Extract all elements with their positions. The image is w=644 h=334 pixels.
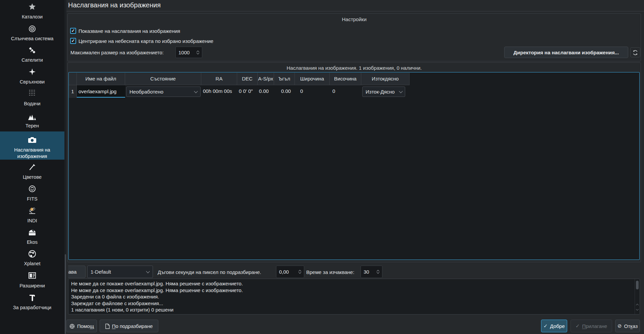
- dome-icon: [0, 228, 64, 237]
- column-header-eastright[interactable]: Изтокдясно: [361, 73, 410, 85]
- chevron-down-icon: [146, 269, 150, 273]
- timeout-label: Време за изчакване:: [306, 269, 354, 275]
- settings-group-title: Настройки: [68, 16, 641, 22]
- spin-buttons[interactable]: [375, 270, 381, 273]
- scroll-down-icon[interactable]: [636, 308, 639, 311]
- help-icon: [69, 323, 75, 329]
- page-title: Наслагвания на изображения: [68, 1, 161, 9]
- log-scrollbar-thumb[interactable]: [636, 281, 639, 289]
- show-overlays-checkbox[interactable]: ✓: [70, 28, 76, 34]
- sidebar-item-satellites[interactable]: Сателити: [0, 57, 64, 63]
- sidebar-item-advanced[interactable]: Разширени: [0, 283, 64, 288]
- solve-button-visible-label: ешава: [68, 269, 76, 275]
- cancel-icon: ⊘: [618, 323, 622, 329]
- column-header-status[interactable]: Състояние: [125, 73, 201, 85]
- apply-button-label: Прилагане: [582, 323, 607, 329]
- log-line: Зареждат се файлове с изображения...: [71, 300, 640, 307]
- column-header-ra[interactable]: RA: [201, 73, 237, 85]
- sidebar-item-terrain[interactable]: Терен: [0, 123, 64, 128]
- globe-icon: [0, 249, 64, 258]
- row-header[interactable]: 1: [69, 85, 77, 98]
- sidebar-item-solar-system[interactable]: Слънчева система: [0, 36, 64, 41]
- log-line: 1 наслагвания (1 нови, 0 изтрити) 0 реше…: [71, 307, 640, 313]
- sidebar-item-catalogs[interactable]: Каталози: [0, 14, 64, 19]
- solver-profile-combobox[interactable]: 1-Default: [87, 266, 153, 278]
- settings-dialog: Каталози Слънчева система Сателити Свръх…: [0, 0, 644, 334]
- sidebar-item-xplanet[interactable]: Xplanet: [0, 261, 64, 266]
- column-header-width[interactable]: Широчина: [295, 73, 330, 85]
- column-header-aspp[interactable]: A-S/px: [258, 73, 274, 85]
- log-textarea[interactable]: Не може да се покаже overlaexampl.jpg. Н…: [68, 279, 640, 315]
- column-header-dec[interactable]: DEC: [237, 73, 258, 85]
- sidebar-item-label: Наслагвания на: [0, 147, 64, 153]
- overlay-directory-button-label: Директория на наслагвани изображения...: [514, 50, 619, 55]
- overlays-group-title: Наслагвания на изображения. 1 изображени…: [68, 65, 641, 71]
- cell-aspp[interactable]: 0.00: [259, 85, 269, 98]
- page-scrollbar[interactable]: [64, 0, 66, 334]
- sidebar-item-colors[interactable]: Цветове: [0, 174, 64, 180]
- timeout-value: 30: [361, 269, 375, 275]
- refresh-button[interactable]: [630, 47, 640, 57]
- sidebar: Каталози Слънчева система Сателити Свръх…: [0, 0, 64, 334]
- ok-button-label: Добре: [550, 323, 565, 329]
- solve-button-clipped[interactable]: ешава: [68, 266, 86, 278]
- cancel-button[interactable]: ⊘ Отказ: [615, 320, 640, 332]
- chevron-down-icon: [399, 89, 402, 93]
- check-icon: ✓: [543, 323, 548, 329]
- apply-button[interactable]: ✓ Прилагане: [571, 320, 612, 332]
- spin-buttons[interactable]: [297, 270, 303, 273]
- sidebar-item-label: изображения: [0, 154, 64, 159]
- sidebar-item-image-overlays[interactable]: Наслагвания на изображения: [0, 131, 64, 160]
- cell-ra[interactable]: 00h 00m 00s: [203, 85, 232, 98]
- cell-height[interactable]: 0: [332, 85, 335, 98]
- eastright-combobox[interactable]: Изток-Дясно: [362, 87, 405, 97]
- sidebar-item-fits[interactable]: FITS: [0, 196, 64, 202]
- sidebar-item-supernovae[interactable]: Свръхнови: [0, 79, 64, 85]
- overlay-directory-button[interactable]: Директория на наслагвани изображения...: [504, 47, 628, 58]
- checkmark-icon: ✓: [71, 28, 75, 33]
- help-button-label: Помощ: [77, 323, 94, 329]
- solve-button-clip: ешава: [68, 266, 86, 278]
- center-map-checkbox[interactable]: ✓: [70, 38, 76, 44]
- help-button[interactable]: Помощ: [66, 320, 97, 332]
- terrain-icon: [0, 113, 64, 122]
- arcsec-default-spinbox[interactable]: 0,00: [276, 266, 304, 278]
- check-icon: ✓: [576, 323, 580, 329]
- sidebar-item-ekos[interactable]: Ekos: [0, 239, 64, 245]
- column-header-height[interactable]: Височина: [330, 73, 361, 85]
- log-line: Не може да се покаже overlaexampl.jpg. Н…: [71, 280, 640, 287]
- defaults-button[interactable]: По подразбиране: [100, 320, 158, 332]
- log-line: Заредени са 0 файла с изображения.: [71, 293, 640, 300]
- scroll-up-icon[interactable]: [636, 304, 639, 307]
- arcsec-default-label: Дъгови секунди на пиксел по подразбиране…: [158, 269, 261, 275]
- cell-dec[interactable]: 0 0' 0": [239, 85, 253, 98]
- max-size-value: 1000: [176, 50, 195, 55]
- defaults-button-label: По подразбиране: [112, 323, 153, 329]
- cell-width[interactable]: 0: [300, 85, 303, 98]
- chevron-down-icon: [194, 89, 198, 93]
- spin-buttons[interactable]: [195, 51, 201, 54]
- column-header-angle[interactable]: Ъгъл: [274, 73, 295, 85]
- max-size-spinbox[interactable]: 1000: [175, 47, 202, 58]
- cancel-button-label: Отказ: [624, 323, 638, 329]
- log-scrollbar[interactable]: [635, 279, 640, 314]
- cell-filename[interactable]: overlaexampl.jpg: [77, 85, 125, 98]
- overlays-table[interactable]: [68, 72, 640, 260]
- cell-angle[interactable]: 0.00: [281, 85, 291, 98]
- status-combobox[interactable]: Необработено: [126, 87, 201, 97]
- timeout-spinbox[interactable]: 30: [361, 266, 382, 278]
- log-line: Не може да се покаже overlaexampl.jpg. Н…: [71, 287, 640, 294]
- sidebar-item-developers[interactable]: За разработчици: [0, 305, 64, 310]
- arcsec-default-value: 0,00: [276, 269, 297, 275]
- sidebar-item-indi[interactable]: INDI: [0, 218, 64, 223]
- guides-icon: [0, 89, 64, 98]
- document-icon: [105, 323, 110, 329]
- checkmark-icon: ✓: [71, 38, 75, 43]
- panel-icon: [0, 271, 64, 280]
- sidebar-item-guides[interactable]: Водачи: [0, 101, 64, 106]
- column-header-filename[interactable]: Име на файл: [77, 73, 125, 85]
- show-overlays-label: Показване на наслагвания на изображения: [78, 28, 180, 34]
- ok-button[interactable]: ✓ Добре: [541, 320, 567, 332]
- page-scrollbar-thumb[interactable]: [65, 254, 66, 334]
- table-corner[interactable]: [69, 73, 77, 85]
